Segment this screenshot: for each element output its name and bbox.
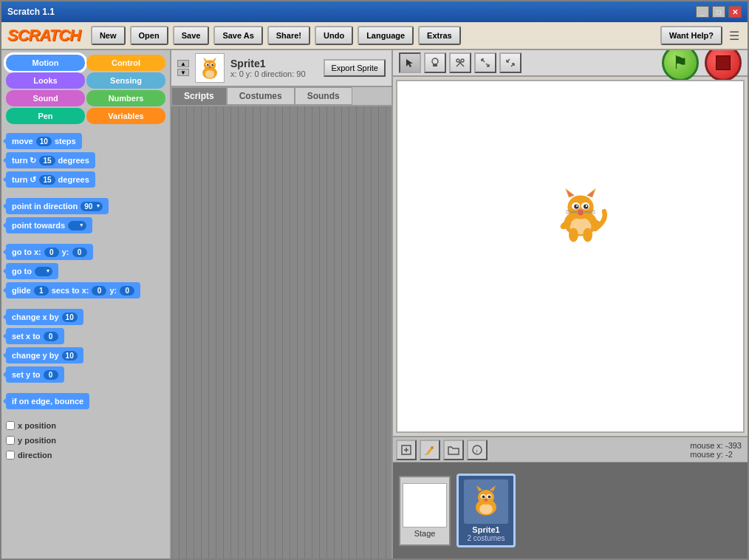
- sprite1-thumb-image: [468, 483, 505, 520]
- extras-button[interactable]: Extras: [418, 26, 461, 45]
- stage-thumb-label: Stage: [414, 529, 436, 538]
- new-sprite-from-file[interactable]: [396, 440, 417, 460]
- category-pen[interactable]: Pen: [6, 108, 85, 124]
- sprite-coords: x: 0 y: 0 direction: 90: [230, 69, 318, 78]
- mouse-coords: mouse x: -393 mouse y: -2: [690, 441, 745, 459]
- svg-point-40: [576, 205, 578, 207]
- save-button[interactable]: Save: [173, 26, 210, 45]
- category-motion[interactable]: Motion: [6, 55, 85, 71]
- block-go-to-xy[interactable]: go to x: 0 y: 0: [6, 244, 93, 260]
- script-canvas[interactable]: [171, 106, 391, 559]
- close-button[interactable]: ✕: [728, 6, 742, 18]
- export-sprite-button[interactable]: Export Sprite: [324, 59, 386, 77]
- block-point-towards[interactable]: point towards: [6, 217, 92, 233]
- undo-button[interactable]: Undo: [315, 26, 353, 45]
- block-set-x[interactable]: set x to 0: [6, 328, 64, 344]
- sprite1-costumes: 2 costumes: [467, 534, 505, 542]
- sprite-nav-up[interactable]: ▲: [177, 60, 189, 67]
- category-variables[interactable]: Variables: [86, 108, 165, 124]
- block-point-direction[interactable]: point in direction 90: [6, 198, 109, 214]
- sprite-thumbnail: [195, 53, 225, 83]
- shrink-tool[interactable]: [499, 52, 521, 73]
- y-position-checkbox[interactable]: [6, 436, 15, 445]
- sprite-nav-down[interactable]: ▼: [177, 69, 189, 76]
- svg-point-66: [485, 499, 488, 502]
- block-change-y[interactable]: change y by 10: [6, 347, 83, 363]
- stage-canvas[interactable]: [396, 80, 745, 433]
- svg-point-31: [567, 195, 593, 219]
- sprite-x: 0: [239, 69, 244, 78]
- go-button[interactable]: ⚑: [662, 50, 699, 81]
- menu-icon[interactable]: ☰: [727, 26, 742, 45]
- svg-point-65: [488, 495, 491, 498]
- separator-5: [6, 412, 165, 417]
- scratch-window: Scratch 1.1 _ □ ✕ SCRATCH New Open Save …: [0, 0, 749, 560]
- stage-thumb-canvas: [403, 483, 447, 527]
- sprite-nav: ▲ ▼: [177, 60, 189, 76]
- y-position-label: y position: [18, 436, 56, 445]
- sprite-name: Sprite1: [230, 58, 318, 69]
- window-title: Scratch 1.1: [7, 7, 696, 17]
- category-sound[interactable]: Sound: [6, 90, 85, 106]
- mouse-x-label: mouse x:: [690, 441, 723, 450]
- block-bounce[interactable]: if on edge, bounce: [6, 393, 89, 409]
- svg-point-2: [204, 60, 216, 70]
- svg-marker-3: [203, 58, 207, 61]
- category-looks[interactable]: Looks: [6, 72, 85, 89]
- cat-sprite-on-stage: [551, 185, 610, 244]
- direction-checkbox[interactable]: [6, 451, 15, 460]
- open-button[interactable]: Open: [130, 26, 168, 45]
- main-content: Motion Control Looks Sensing Sound Numbe…: [1, 50, 748, 559]
- sprite-info: Sprite1 x: 0 y: 0 direction: 90: [230, 58, 318, 78]
- sprite-direction: 90: [296, 69, 305, 78]
- category-sensing[interactable]: Sensing: [86, 72, 165, 89]
- grow-tool[interactable]: [474, 52, 496, 73]
- category-grid: Motion Control Looks Sensing Sound Numbe…: [1, 50, 170, 129]
- stop-button[interactable]: [705, 50, 742, 81]
- save-as-button[interactable]: Save As: [213, 26, 262, 45]
- x-position-label: x position: [18, 421, 56, 430]
- open-sprite-from-file[interactable]: [443, 440, 464, 460]
- stamp-icon: [430, 58, 440, 68]
- share-button[interactable]: Share!: [267, 26, 310, 45]
- language-button[interactable]: Language: [358, 26, 414, 45]
- category-numbers[interactable]: Numbers: [86, 90, 165, 106]
- mouse-x-value: -393: [725, 441, 742, 450]
- category-control[interactable]: Control: [86, 55, 165, 71]
- svg-point-7: [207, 64, 209, 66]
- scissors-tool[interactable]: [449, 52, 471, 73]
- go-stop-container: ⚑: [662, 50, 742, 81]
- minimize-button[interactable]: _: [696, 6, 709, 18]
- svg-point-9: [208, 66, 211, 69]
- block-change-x[interactable]: change x by 10: [6, 309, 83, 325]
- svg-point-11: [432, 58, 438, 64]
- new-sprite-icon: [400, 444, 412, 456]
- svg-point-50: [583, 228, 592, 242]
- want-help-button[interactable]: Want Help?: [660, 26, 722, 45]
- tab-costumes[interactable]: Costumes: [227, 87, 295, 105]
- maximize-button[interactable]: □: [712, 6, 725, 18]
- scratch-logo: SCRATCH: [7, 26, 81, 45]
- block-turn-cw[interactable]: turn ↻ 15 degrees: [6, 152, 95, 168]
- checkbox-y-position: y position: [6, 434, 165, 446]
- stamp-tool[interactable]: [424, 52, 446, 73]
- block-glide[interactable]: glide 1 secs to x: 0 y: 0: [6, 282, 140, 298]
- title-bar: Scratch 1.1 _ □ ✕: [1, 1, 748, 22]
- new-sprite-from-library[interactable]: ♪: [467, 440, 488, 460]
- block-go-to[interactable]: go to: [6, 263, 58, 279]
- x-position-checkbox[interactable]: [6, 421, 15, 430]
- tab-scripts[interactable]: Scripts: [171, 87, 227, 105]
- checkbox-direction: direction: [6, 449, 165, 461]
- shrink-icon: [505, 58, 516, 68]
- block-turn-ccw[interactable]: turn ↺ 15 degrees: [6, 171, 95, 188]
- new-button[interactable]: New: [91, 26, 126, 45]
- svg-rect-12: [433, 64, 437, 66]
- tab-sounds[interactable]: Sounds: [295, 87, 352, 105]
- separator-1: [6, 191, 165, 195]
- cursor-tool[interactable]: [399, 52, 421, 73]
- block-move-steps[interactable]: move 10 steps: [6, 133, 82, 149]
- stage-thumbnail[interactable]: Stage: [399, 476, 451, 546]
- block-set-y[interactable]: set y to 0: [6, 366, 64, 383]
- sprite-list-item-sprite1[interactable]: Sprite1 2 costumes: [456, 474, 516, 547]
- paint-new-sprite[interactable]: [420, 440, 440, 460]
